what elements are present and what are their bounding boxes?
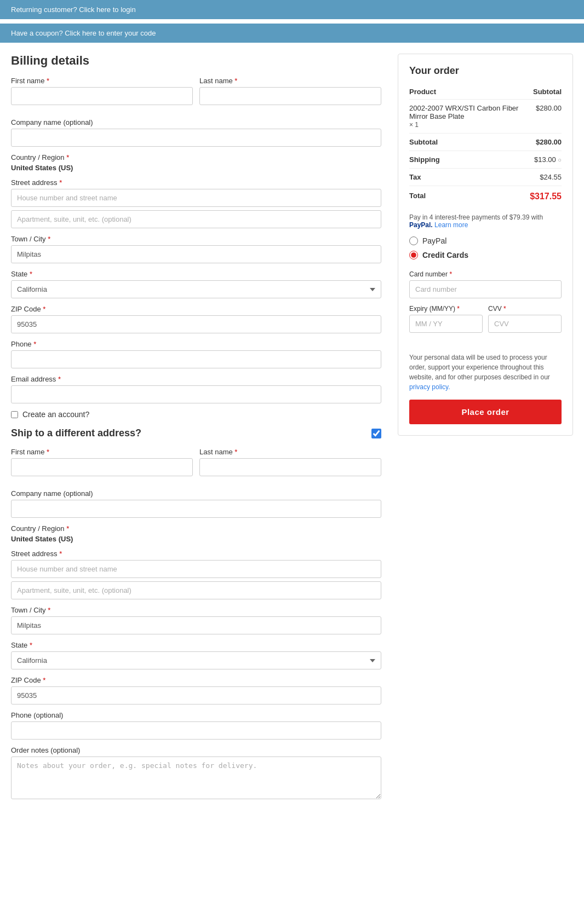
place-order-button[interactable]: Place order [409,400,562,424]
ship-title: Ship to a different address? [11,428,141,439]
cvv-group: CVV * [488,305,562,333]
col-subtotal: Subtotal [530,84,562,100]
street-label: Street address * [11,178,381,187]
ship-first-name-label: First name * [11,448,193,456]
country-label: Country / Region * [11,153,381,161]
returning-customer-text: Returning customer? Click here to login [11,5,136,14]
town-label: Town / City * [11,235,381,243]
product-name: 2002-2007 WRX/STI Carbon Fiber Mirror Ba… [409,104,518,120]
shipping-label: Shipping [409,151,530,169]
credit-radio[interactable] [409,251,418,259]
order-notes-group: Order notes (optional) [11,746,381,801]
phone-group: Phone * [11,340,381,368]
shipping-note: ○ [558,157,562,163]
order-summary: Your order Product Subtotal 2002-2007 WR… [398,54,573,436]
ship-name-row: First name * Last name * [11,448,381,483]
country-value: United States (US) [11,164,381,172]
credit-label[interactable]: Credit Cards [422,251,468,259]
first-name-group: First name * [11,77,193,105]
card-extra-row: Expiry (MM/YY) * CVV * [409,305,562,339]
company-label: Company name (optional) [11,118,381,126]
ship-last-name-input[interactable] [199,458,381,476]
billing-company-input[interactable] [11,129,381,147]
billing-title: Billing details [11,54,381,68]
card-number-group: Card number * [409,270,562,298]
ship-first-name-group: First name * [11,448,193,476]
country-group: Country / Region * United States (US) [11,153,381,172]
col-product: Product [409,84,530,100]
billing-section: Billing details First name * Last name *… [11,54,381,807]
card-number-label: Card number * [409,270,562,278]
paypal-label[interactable]: PayPal [422,236,446,245]
first-name-label: First name * [11,77,193,85]
ship-street-group: Street address * [11,550,381,599]
subtotal-row: Subtotal $280.00 [409,134,562,151]
expiry-group: Expiry (MM/YY) * [409,305,483,333]
total-value: $317.55 [530,186,562,206]
order-title: Your order [409,65,562,77]
billing-state-select[interactable]: California [11,280,381,298]
ship-state-label: State * [11,641,381,649]
ship-country-group: Country / Region * United States (US) [11,524,381,543]
total-row: Total $317.55 [409,186,562,206]
ship-town-input[interactable] [11,616,381,634]
ship-first-name-input[interactable] [11,458,193,476]
coupon-text: Have a coupon? Click here to enter your … [11,29,156,37]
ship-state-select[interactable]: California [11,651,381,669]
create-account-row: Create an account? [11,410,381,419]
last-name-group: Last name * [199,77,381,105]
ship-checkbox[interactable] [371,429,381,438]
zip-group: ZIP Code * [11,305,381,333]
billing-phone-input[interactable] [11,350,381,368]
order-notes-textarea[interactable] [11,756,381,799]
paypal-text: Pay in 4 interest-free payments of $79.3… [409,213,562,229]
billing-apt-input[interactable] [11,210,381,228]
billing-first-name-input[interactable] [11,87,193,105]
ship-phone-input[interactable] [11,721,381,740]
card-fields: Card number * Expiry (MM/YY) * CVV * [409,265,562,345]
last-name-label: Last name * [199,77,381,85]
billing-email-input[interactable] [11,385,381,403]
billing-last-name-input[interactable] [199,87,381,105]
card-number-input[interactable] [409,280,562,298]
ship-street-label: Street address * [11,550,381,558]
product-info: 2002-2007 WRX/STI Carbon Fiber Mirror Ba… [409,100,530,134]
privacy-policy-link[interactable]: privacy policy. [409,383,450,391]
privacy-text: Your personal data will be used to proce… [409,353,562,392]
street-group: Street address * [11,178,381,228]
total-label: Total [409,186,530,206]
coupon-banner[interactable]: Have a coupon? Click here to enter your … [0,24,584,43]
learn-more-link[interactable]: Learn more [434,221,468,229]
ship-state-group: State * California [11,641,381,669]
ship-phone-label: Phone (optional) [11,711,381,719]
product-row: 2002-2007 WRX/STI Carbon Fiber Mirror Ba… [409,100,562,134]
order-table: Product Subtotal 2002-2007 WRX/STI Carbo… [409,84,562,206]
billing-street-input[interactable] [11,189,381,207]
paypal-brand: PayPal. [409,221,433,229]
ship-street-input[interactable] [11,560,381,578]
ship-company-input[interactable] [11,500,381,518]
company-group: Company name (optional) [11,118,381,147]
paypal-radio[interactable] [409,236,418,245]
expiry-input[interactable] [409,315,483,333]
billing-town-input[interactable] [11,245,381,263]
subtotal-label: Subtotal [409,134,530,151]
ship-zip-input[interactable] [11,686,381,704]
paypal-option: PayPal [409,236,562,245]
cvv-input[interactable] [488,315,562,333]
ship-zip-label: ZIP Code * [11,676,381,684]
ship-country-label: Country / Region * [11,524,381,533]
ship-apt-input[interactable] [11,581,381,599]
ship-town-label: Town / City * [11,606,381,614]
returning-customer-banner[interactable]: Returning customer? Click here to login [0,0,584,19]
billing-zip-input[interactable] [11,315,381,333]
order-notes-label: Order notes (optional) [11,746,381,754]
shipping-value: $13.00 ○ [530,151,562,169]
create-account-label[interactable]: Create an account? [22,410,89,419]
ship-phone-group: Phone (optional) [11,711,381,740]
create-account-checkbox[interactable] [11,411,18,418]
product-qty: × 1 [409,121,419,129]
ship-zip-group: ZIP Code * [11,676,381,704]
shipping-row: Shipping $13.00 ○ [409,151,562,169]
zip-label: ZIP Code * [11,305,381,313]
